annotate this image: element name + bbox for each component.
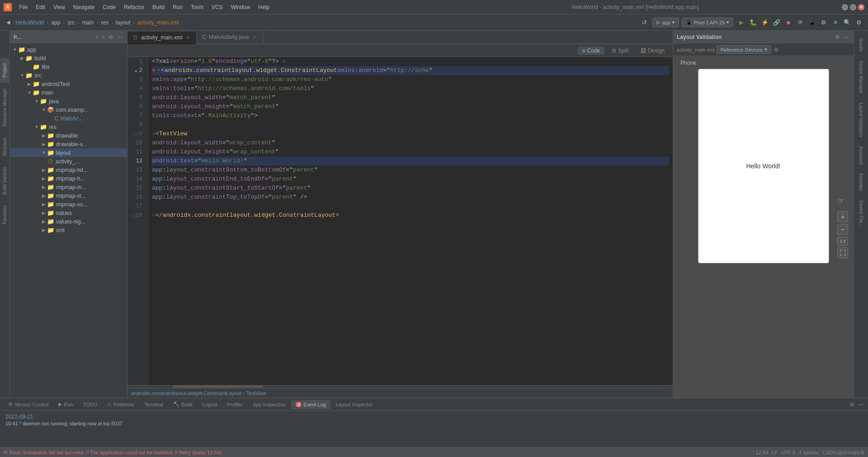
tree-xml[interactable]: ▶ 📁 xml <box>10 226 127 234</box>
breadcrumb-main[interactable]: main <box>82 19 94 26</box>
menu-run[interactable]: Run <box>169 2 186 12</box>
menu-navigate[interactable]: Navigate <box>70 2 98 12</box>
settings-button[interactable]: ⚙ <box>854 17 864 28</box>
tree-build[interactable]: ▶ 📁 build <box>10 54 127 62</box>
panel-add-button[interactable]: + <box>94 33 99 41</box>
vtab-favorites[interactable]: Favorites <box>0 200 9 229</box>
encoding[interactable]: UTF-8 <box>781 450 795 455</box>
debug-button[interactable]: 🐛 <box>748 17 759 28</box>
maximize-button[interactable]: □ <box>850 4 856 10</box>
code-view-design-button[interactable]: 🖼 Design <box>636 47 669 55</box>
line-separator[interactable]: LF <box>772 450 778 455</box>
vtab-resource-manager[interactable]: Resource Manager <box>0 83 9 132</box>
tree-drawable-v[interactable]: ▶ 📁 drawable-v... <box>10 140 127 148</box>
device-selector[interactable]: 📱 Pixel 2 API 29 ▾ <box>682 18 734 27</box>
tree-res[interactable]: ▼ 📁 res <box>10 123 127 131</box>
zoom-reset-button[interactable]: 1:1 <box>837 237 848 246</box>
tree-layout[interactable]: ▼ 📁 layout <box>10 148 127 157</box>
fold-icon-18[interactable]: ◁ <box>130 212 136 219</box>
run-config-selector[interactable]: ▶ app ▾ <box>652 18 679 27</box>
btab-run[interactable]: ▶ Run <box>54 400 77 409</box>
profile-button[interactable]: ⚡ <box>760 17 770 28</box>
fit-screen-button[interactable]: ⛶ <box>837 248 848 258</box>
code-view-code-button[interactable]: ≡ Code <box>578 47 605 55</box>
menu-build[interactable]: Build <box>149 2 168 12</box>
tree-com-examp[interactable]: ▼ 📦 com.examp... <box>10 105 127 114</box>
bottom-panel-gear[interactable]: ⚙ <box>849 400 855 409</box>
layout-panel-collapse[interactable]: — <box>843 33 850 41</box>
project-name[interactable]: HelloWorld <box>15 19 44 26</box>
code-content[interactable]: <?xml version="1.0" encoding="utf-8"?> ✓… <box>148 57 673 385</box>
layout-validation-sidebar-button[interactable]: Layout Validation <box>855 99 867 141</box>
panel-gear-button[interactable]: ⚙ <box>108 33 114 41</box>
structure-button[interactable]: ≡ <box>830 17 841 28</box>
vtab-project[interactable]: Project <box>0 58 9 83</box>
btab-version-control[interactable]: ⚙ Version Control <box>4 400 53 409</box>
vtab-build-variants[interactable]: Build Variants <box>0 162 9 200</box>
avd-manager-button[interactable]: 📱 <box>807 17 817 28</box>
tree-app[interactable]: ▼ 📁 app <box>10 45 127 54</box>
breadcrumb-constraint-layout[interactable]: androidx.constraintlayout.widget.Constra… <box>131 390 241 396</box>
run-config-dropdown[interactable]: ▾ <box>672 19 675 25</box>
cursor-position[interactable]: 12:34 <box>756 450 769 455</box>
breakpoint-icon-2[interactable]: ● <box>133 67 139 74</box>
bottom-panel-collapse[interactable]: — <box>857 400 864 409</box>
tree-values-night[interactable]: ▶ 📁 values-nig... <box>10 217 127 226</box>
tree-values[interactable]: ▶ 📁 values <box>10 209 127 217</box>
tree-src[interactable]: ▼ 📁 src <box>10 71 127 80</box>
menu-code[interactable]: Code <box>99 2 119 12</box>
sync-button[interactable]: ↺ <box>639 17 650 28</box>
breadcrumb-src[interactable]: src <box>67 19 75 26</box>
menu-tools[interactable]: Tools <box>187 2 207 12</box>
btab-layout-inspector[interactable]: Layout Inspector <box>331 400 377 409</box>
emulator-sidebar-button[interactable]: Emulator <box>855 170 867 195</box>
tree-libs[interactable]: 📁 libs <box>10 62 127 71</box>
menu-view[interactable]: View <box>50 2 69 12</box>
zoom-out-button[interactable]: − <box>837 224 848 235</box>
tree-mipmap-xl[interactable]: ▶ 📁 mipmap-xl... <box>10 191 127 200</box>
device-manager-sidebar-button[interactable]: Device Manager <box>855 57 867 97</box>
stop-button[interactable]: ■ <box>783 17 794 28</box>
zoom-in-button[interactable]: + <box>837 211 848 222</box>
breadcrumb-app[interactable]: app <box>51 19 60 26</box>
tree-drawable[interactable]: ▶ 📁 drawable <box>10 131 127 140</box>
device-file-sidebar-button[interactable]: Device File... <box>855 197 867 230</box>
panel-settings-button[interactable]: ≡ <box>101 33 106 41</box>
panel-collapse-button[interactable]: — <box>116 33 123 41</box>
indent[interactable]: 4 spaces <box>799 450 819 455</box>
btab-app-inspection[interactable]: App Inspection <box>248 400 290 409</box>
sync-gradle-button[interactable]: ⟳ <box>795 17 806 28</box>
close-button[interactable]: ✕ <box>858 4 864 10</box>
menu-help[interactable]: Help <box>255 2 273 12</box>
tree-mipmap-xo[interactable]: ▶ 📁 mipmap-xo... <box>10 200 127 209</box>
layout-panel-settings[interactable]: ⚙ <box>834 33 841 41</box>
menu-edit[interactable]: Edit <box>32 2 49 12</box>
run-button[interactable]: ▶ <box>736 17 747 28</box>
vtab-structure[interactable]: Structure <box>0 132 9 162</box>
search-button[interactable]: 🔍 <box>842 17 853 28</box>
attach-debugger-button[interactable]: 🔗 <box>771 17 782 28</box>
minimize-button[interactable]: ─ <box>842 4 848 10</box>
tree-main[interactable]: ▼ 📁 main <box>10 88 127 97</box>
tree-mipmap-m[interactable]: ▶ 📁 mipmap-m... <box>10 183 127 191</box>
menu-vcs[interactable]: VCS <box>208 2 226 12</box>
breadcrumb-layout[interactable]: layout <box>116 19 130 26</box>
breadcrumb-file[interactable]: activity_main.xml <box>137 19 179 26</box>
tab-mainactivity-close[interactable]: ✕ <box>252 34 258 40</box>
tab-activity-main-xml[interactable]: 🗋 activity_main.xml ✕ <box>127 32 197 44</box>
btab-profiler[interactable]: Profiler <box>223 400 248 409</box>
btab-build[interactable]: 🔨 Build <box>169 400 197 409</box>
tree-androidtest[interactable]: ▶ 📁 androidTest <box>10 80 127 88</box>
gradle-sidebar-button[interactable]: Gradle <box>855 34 867 55</box>
tree-mainactivity[interactable]: C MainAc... <box>10 114 127 123</box>
reference-devices-button[interactable]: Reference Devices ▾ <box>717 45 771 54</box>
layout-options-button[interactable]: ⚙ <box>773 46 780 54</box>
menu-window[interactable]: Window <box>227 2 254 12</box>
tree-java[interactable]: ▼ 📁 java <box>10 97 127 105</box>
assistant-sidebar-button[interactable]: Assistant <box>855 143 867 168</box>
btab-logcat[interactable]: Logcat <box>198 400 222 409</box>
back-button[interactable]: ◀ <box>4 18 13 27</box>
tree-mipmap-h[interactable]: ▶ 📁 mipmap-h... <box>10 174 127 183</box>
tab-activity-main-close[interactable]: ✕ <box>185 35 191 41</box>
breadcrumb-textview[interactable]: TextView <box>246 390 266 396</box>
